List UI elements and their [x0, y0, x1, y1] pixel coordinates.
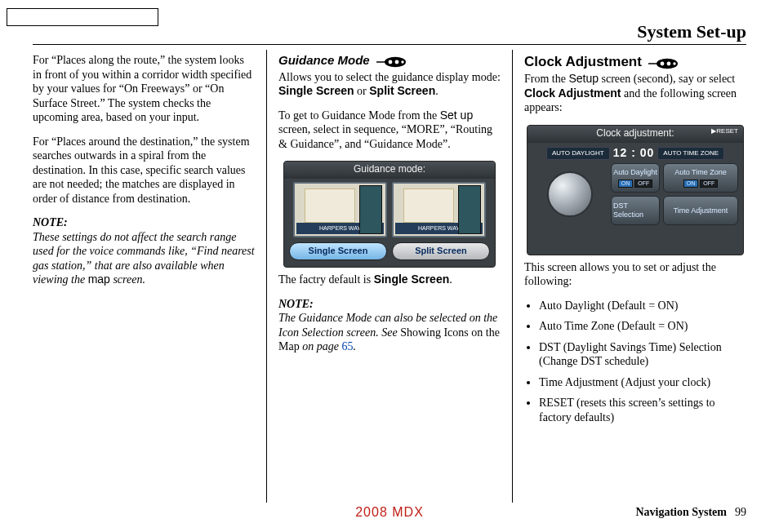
list-item: DST (Daylight Savings Time) Selection (C… — [539, 340, 746, 369]
note-heading: NOTE: — [278, 297, 501, 312]
clock-adjustment-heading: Clock Adjustment — [524, 53, 642, 70]
paragraph: From the Setup screen (second), say or s… — [524, 72, 746, 115]
title-rule — [33, 44, 746, 45]
column-1: For “Places along the route,” the system… — [33, 50, 266, 503]
note-body: The Guidance Mode can also be selected o… — [278, 311, 501, 354]
map-thumb-split: HARPERS WAY — [392, 182, 486, 237]
clock-adjustment-screenshot: Clock adjustment: ▶RESET AUTO DAYLIGHT 1… — [527, 125, 744, 255]
voice-command-icon — [648, 58, 679, 69]
paragraph: To get to Guidance Mode from the Set up … — [278, 109, 501, 152]
list-item: Time Adjustment (Adjust your clock) — [539, 375, 746, 390]
split-screen-button[interactable]: Split Screen — [392, 242, 490, 260]
list-item: Auto Time Zone (Default = ON) — [539, 319, 746, 334]
paragraph: For “Places along the route,” the system… — [33, 53, 255, 125]
paragraph: The factry default is Single Screen. — [278, 273, 501, 287]
paragraph: This screen allows you to set or adjust … — [524, 260, 746, 289]
screenshot-title: Clock adjustment: ▶RESET — [527, 126, 743, 143]
footer-right: Navigation System99 — [635, 506, 746, 519]
guidance-mode-heading: Guidance Mode — [278, 53, 370, 69]
auto-daylight-button[interactable]: Auto Daylight ONOFF — [611, 163, 660, 193]
note-body: These settings do not affect the search … — [33, 230, 255, 287]
paragraph: For “Places around the destination,” the… — [33, 135, 255, 206]
svg-point-3 — [395, 60, 399, 64]
svg-point-7 — [661, 61, 665, 65]
reset-label[interactable]: ▶RESET — [711, 127, 738, 135]
auto-time-zone-tag: AUTO TIME ZONE — [657, 147, 724, 160]
top-empty-box — [7, 8, 158, 26]
column-3: Clock Adjustment From the Setup screen (… — [513, 50, 746, 503]
dst-selection-button[interactable]: DST Selection — [611, 196, 660, 225]
list-item: RESET (resets this screen’s settings to … — [539, 396, 746, 424]
clock-options-list: Auto Daylight (Default = ON) Auto Time Z… — [524, 299, 746, 425]
clock-adjustment-heading-row: Clock Adjustment — [524, 53, 746, 70]
guidance-mode-screenshot: Guidance mode: HARPERS WAY HARPERS WAY S… — [283, 161, 496, 268]
auto-time-zone-button[interactable]: Auto Time Zone ONOFF — [663, 163, 738, 193]
svg-point-8 — [667, 61, 671, 65]
auto-daylight-tag: AUTO DAYLIGHT — [546, 147, 610, 160]
time-adjustment-button[interactable]: Time Adjustment — [663, 196, 738, 225]
center-dial[interactable] — [547, 171, 593, 217]
paragraph: Allows you to select the guidance displa… — [278, 70, 501, 99]
single-screen-button[interactable]: Single Screen — [289, 242, 387, 260]
guidance-mode-heading-row: Guidance Mode — [278, 53, 501, 69]
voice-command-icon — [376, 56, 407, 68]
clock-time: 12 : 00 — [613, 146, 655, 161]
column-2: Guidance Mode Allows you to select the g… — [266, 50, 513, 503]
svg-point-2 — [389, 60, 393, 64]
model-year: 2008 MDX — [355, 505, 424, 520]
svg-point-4 — [401, 60, 403, 63]
svg-point-9 — [674, 62, 676, 64]
screenshot-title: Guidance mode: — [284, 162, 495, 179]
map-thumb-single: HARPERS WAY — [293, 182, 387, 237]
list-item: Auto Daylight (Default = ON) — [539, 299, 746, 313]
note-heading: NOTE: — [33, 215, 255, 230]
content-columns: For “Places along the route,” the system… — [33, 50, 746, 503]
